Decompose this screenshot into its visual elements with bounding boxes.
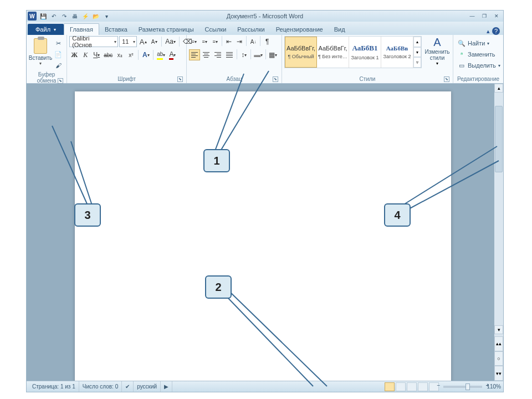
save-icon[interactable]: 💾 <box>39 12 48 21</box>
highlight-button[interactable]: ab▾ <box>156 49 166 60</box>
help-icon[interactable]: ? <box>492 27 500 35</box>
open-icon[interactable]: 📂 <box>91 12 100 21</box>
tab-file[interactable]: Файл▾ <box>28 24 64 35</box>
group-editing: 🔍Найти▾ ᵃЗаменить ▭Выделить▾ Редактирова… <box>453 35 503 83</box>
maximize-button[interactable]: ❐ <box>479 12 490 20</box>
quick-print-icon[interactable]: ⚡ <box>81 12 90 21</box>
font-size-combo[interactable]: 11▾ <box>119 36 137 47</box>
text-effects-button[interactable]: A▾ <box>141 49 151 60</box>
status-words[interactable]: Число слов: 0 <box>79 381 122 392</box>
print-preview-icon[interactable]: 🖶 <box>70 12 79 21</box>
callout-3: 3 <box>74 203 101 227</box>
zoom-in-icon[interactable]: + <box>486 382 489 388</box>
tab-insert[interactable]: Вставка <box>99 24 133 35</box>
group-clipboard: Вставить ▾ ✂ 📄 🖌 Буфер обмена⬊ <box>27 35 67 83</box>
document-page[interactable] <box>75 91 451 381</box>
align-justify-button[interactable] <box>224 49 235 60</box>
view-outline-button[interactable] <box>418 382 428 391</box>
redo-icon[interactable]: ↷ <box>60 12 69 21</box>
group-label-styles: Стили⬊ <box>284 75 451 83</box>
style-no-spacing[interactable]: АаБбВвГг, ¶ Без интер... <box>317 37 349 68</box>
status-proof-icon[interactable]: ✔ <box>122 381 134 392</box>
tab-home[interactable]: Главная <box>64 23 99 35</box>
numbering-button[interactable]: ≡▾ <box>200 36 209 47</box>
tab-mailings[interactable]: Рассылки <box>232 24 270 35</box>
zoom-knob[interactable] <box>466 383 470 390</box>
view-print-layout-button[interactable] <box>385 382 395 391</box>
find-button[interactable]: 🔍Найти▾ <box>456 38 503 48</box>
status-macro-icon[interactable]: ▶ <box>161 381 172 392</box>
view-web-layout-button[interactable] <box>407 382 417 391</box>
clipboard-launcher[interactable]: ⬊ <box>58 78 63 84</box>
find-icon: 🔍 <box>458 40 466 47</box>
align-center-button[interactable] <box>201 49 212 60</box>
select-button[interactable]: ▭Выделить▾ <box>456 60 503 70</box>
scroll-down-icon[interactable]: ▾ <box>494 325 503 334</box>
bullets-button[interactable]: ≡•▾ <box>189 36 199 47</box>
word-app-icon[interactable]: W <box>28 12 37 21</box>
gallery-up-icon[interactable]: ▴ <box>413 37 421 47</box>
style-heading2[interactable]: АаБбВв Заголовок 2 <box>381 37 413 68</box>
gallery-scroll: ▴ ▾ ▿ <box>413 37 421 68</box>
bold-button[interactable]: Ж <box>69 49 79 60</box>
styles-launcher[interactable]: ⬊ <box>444 76 449 82</box>
style-heading1[interactable]: АаБбВ1 Заголовок 1 <box>349 37 381 68</box>
superscript-button[interactable]: x² <box>126 49 136 60</box>
change-styles-button[interactable]: A Изменить стили ▾ <box>424 36 451 66</box>
scroll-thumb[interactable] <box>495 106 503 172</box>
zoom-out-icon[interactable]: − <box>437 382 440 388</box>
undo-icon[interactable]: ↶ <box>49 12 58 21</box>
show-marks-button[interactable]: ¶ <box>262 36 272 47</box>
tab-references[interactable]: Ссылки <box>200 24 232 35</box>
qat-more-icon[interactable]: ▾ <box>102 12 111 21</box>
tab-view[interactable]: Вид <box>329 24 351 35</box>
paste-button[interactable]: Вставить ▾ <box>29 36 52 66</box>
increase-indent-button[interactable]: ⇥ <box>234 36 244 47</box>
tab-review[interactable]: Рецензирование <box>270 24 329 35</box>
minimize-ribbon-icon[interactable]: ▴ <box>487 28 490 35</box>
status-page[interactable]: Страница: 1 из 1 <box>29 381 79 392</box>
window-title: Документ5 - Microsoft Word <box>227 13 303 19</box>
group-label-paragraph: Абзац⬊ <box>189 75 279 83</box>
paragraph-launcher[interactable]: ⬊ <box>273 76 278 82</box>
browse-object-icon[interactable]: ○ <box>494 351 503 366</box>
subscript-button[interactable]: x₂ <box>115 49 125 60</box>
multilevel-button[interactable]: ≡▾ <box>210 36 220 47</box>
sort-button[interactable]: A↓ <box>248 36 258 47</box>
format-painter-icon[interactable]: 🖌 <box>53 60 63 70</box>
gallery-expand-icon[interactable]: ▿ <box>413 57 421 68</box>
copy-icon[interactable]: 📄 <box>53 49 63 59</box>
font-color-button[interactable]: A▾ <box>167 49 177 60</box>
gallery-down-icon[interactable]: ▾ <box>413 47 421 58</box>
change-case-button[interactable]: Aa▾ <box>164 36 177 47</box>
cut-icon[interactable]: ✂ <box>53 38 63 48</box>
replace-icon: ᵃ <box>458 51 466 58</box>
group-label-font: Шрифт⬊ <box>69 75 184 83</box>
close-button[interactable]: ✕ <box>491 12 502 20</box>
decrease-indent-button[interactable]: ⇤ <box>224 36 234 47</box>
zoom-slider[interactable]: − + <box>443 386 482 388</box>
view-full-screen-button[interactable] <box>396 382 406 391</box>
group-label-clipboard: Буфер обмена⬊ <box>29 70 64 85</box>
minimize-button[interactable]: — <box>467 12 478 20</box>
prev-page-icon[interactable]: ▴▴ <box>494 336 503 351</box>
scroll-up-icon[interactable]: ▴ <box>494 84 503 93</box>
tab-layout[interactable]: Разметка страницы <box>133 24 200 35</box>
replace-button[interactable]: ᵃЗаменить <box>456 49 503 59</box>
underline-button[interactable]: Ч▾ <box>91 49 101 60</box>
shrink-font-button[interactable]: A▾ <box>149 36 159 47</box>
align-right-button[interactable] <box>212 49 223 60</box>
font-launcher[interactable]: ⬊ <box>177 76 183 82</box>
grow-font-button[interactable]: A▴ <box>138 36 148 47</box>
borders-button[interactable]: ▦▾ <box>268 49 278 60</box>
vertical-scrollbar: ▴ ▾ ▴▴ ○ ▾▾ <box>494 84 503 381</box>
style-normal[interactable]: АаБбВвГг, ¶ Обычный <box>285 37 317 68</box>
next-page-icon[interactable]: ▾▾ <box>494 366 503 381</box>
shading-button[interactable]: ▬▾ <box>253 49 264 60</box>
line-spacing-button[interactable]: ↕▾ <box>239 49 249 60</box>
status-language[interactable]: русский <box>134 381 161 392</box>
italic-button[interactable]: К <box>80 49 90 60</box>
font-name-combo[interactable]: Calibri (Основ▾ <box>69 36 118 47</box>
strikethrough-button[interactable]: abc <box>103 49 114 60</box>
align-left-button[interactable] <box>189 49 200 60</box>
